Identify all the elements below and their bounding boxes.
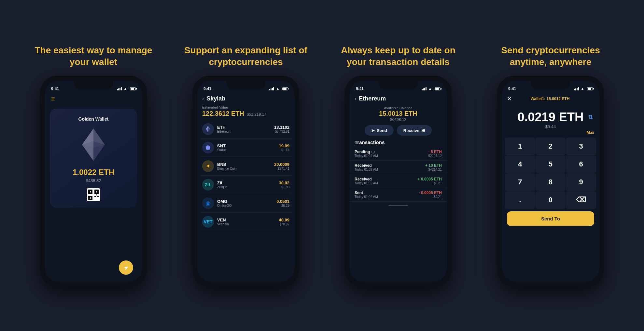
send-button[interactable]: ➤ Send [365,125,394,136]
crypto-values-snt: 19.09 $1.14 [279,143,289,152]
send-icon: ➤ [371,128,375,133]
tx-pending[interactable]: Pending - 5 ETH Today 01:02 AM $2107.12 [349,147,447,161]
receive-label: Receive [403,128,419,133]
status-icons-3: ▲ [422,86,441,91]
omg-icon: ◉ [202,197,214,209]
tx-received-2-label: Received [355,177,372,181]
crypto-usd-ven: $78.97 [279,222,289,226]
tx-received-2[interactable]: Received + 0.0005 ETH Today 01:02 AM $0.… [349,174,447,188]
crypto-item-omg[interactable]: ◉ OMG OmiseGO 0.0501 $0.29 [200,194,291,213]
status-time-2: 9:41 [203,86,211,91]
crypto-item-ven[interactable]: VET VEN Vechain 40.09 $78.97 [200,213,291,231]
panel-4: Send cryptocurrencies anytime, anywhere … [477,45,624,287]
s4-header: ✕ Wallet1: 15.0012 ETH [502,93,599,105]
numpad-1[interactable]: 1 [505,138,535,155]
crypto-name-omg: OmiseGO [217,204,276,207]
crypto-usd-omg: $0.29 [276,204,289,207]
crypto-amount-ven: 40.09 [279,218,289,222]
panel-3: Always keep up to date on your transacti… [325,45,471,287]
crypto-names-omg: OMG OmiseGO [217,199,276,207]
max-label[interactable]: Max [502,129,599,136]
numpad-9[interactable]: 9 [566,173,596,191]
wallet-usd-balance: $438.32 [86,178,101,183]
exchange-icon[interactable]: ⇅ [588,114,593,121]
crypto-item-zil[interactable]: ZIL ZIL Zilliqua 30.02 $1.80 [200,176,291,194]
tx-received-1-time: Today 01:02 AM [355,168,378,171]
receive-icon: ⊞ [421,128,425,133]
crypto-names-eth: ETH Ethereum [217,125,274,133]
phone-3: 9:41 ▲ ‹ Ethereum [349,80,447,282]
notch-2 [226,80,265,89]
crypto-name-snt: Status [217,148,279,152]
tx-received-1-label: Received [355,163,372,168]
numpad-8[interactable]: 8 [536,173,566,191]
numpad-3[interactable]: 3 [566,138,596,155]
tx-pending-time: Today 01:02 AM [355,154,378,158]
phone-2: 9:41 ▲ ‹ Skylab [197,80,295,282]
tx-received-2-usd: $0.21 [434,181,442,185]
wifi-icon-1: ▲ [123,86,127,91]
wifi-icon-3: ▲ [428,86,432,91]
wifi-icon-2: ▲ [276,86,280,91]
numpad: 1 2 3 4 5 6 7 8 9 . 0 ⌫ [502,138,599,209]
battery-icon-2 [282,87,288,90]
tx-sent-usd: $0.21 [434,195,442,199]
crypto-names-ven: VEN Vechain [217,218,279,226]
wallet-card: Golden Wallet 1.0022 ETH $438.32 [50,109,137,208]
crypto-list: ETH Ethereum 13.1102 $5,492.81 ⬟ [197,120,295,231]
tx-received-2-amount: + 0.0005 ETH [418,177,442,181]
status-time-4: 9:41 [508,86,516,91]
signal-bars-2 [269,87,274,90]
crypto-values-bnb: 20.0009 $271.41 [274,162,289,170]
showcase-container: The easiest way to manage your wallet 9:… [20,45,624,287]
s3-header: ‹ Ethereum [349,93,447,105]
crypto-name-bnb: Binance Coin [217,167,274,170]
numpad-5[interactable]: 5 [536,155,566,173]
tx-pending-label: Pending [355,150,375,154]
send-fab-button[interactable]: ➤ [119,260,133,275]
back-button-2[interactable]: ‹ [202,96,204,102]
crypto-names-zil: ZIL Zilliqua [217,180,279,189]
numpad-6[interactable]: 6 [566,155,596,173]
crypto-values-eth: 13.1102 $5,492.81 [274,125,289,133]
numpad-2[interactable]: 2 [536,138,566,155]
crypto-usd-bnb: $271.41 [274,167,289,170]
close-button[interactable]: ✕ [507,95,512,102]
crypto-values-omg: 0.0501 $0.29 [276,199,289,207]
numpad-0[interactable]: 0 [536,191,566,209]
back-button-3[interactable]: ‹ [355,96,356,102]
s2-header: ‹ Skylab [197,93,295,105]
tx-pending-usd: $2107.12 [428,154,442,158]
wallet-eth-balance: 1.0022 ETH [73,168,114,177]
phone-2-wrapper: 9:41 ▲ ‹ Skylab [192,76,299,286]
hamburger-icon[interactable]: ≡ [51,95,136,103]
notch-4 [531,80,570,89]
crypto-item-snt[interactable]: ⬟ SNT Status 19.09 $1.14 [200,139,291,157]
available-eth: 15.0013 ETH [349,110,447,117]
send-to-button[interactable]: Send To [507,211,594,226]
eth-logo [77,127,110,163]
ven-icon: VET [202,216,214,228]
tx-received-1[interactable]: Received + 10 ETH Today 01:02 AM $4214.2… [349,161,447,174]
phone-4: 9:41 ▲ ✕ Wallet1 [502,80,599,282]
crypto-item-eth[interactable]: ETH Ethereum 13.1102 $5,492.81 [200,120,291,139]
crypto-amount-eth: 13.1102 [274,125,289,130]
battery-icon-1 [130,87,136,90]
send-fab-icon: ➤ [122,263,130,272]
receive-button[interactable]: Receive ⊞ [397,125,432,136]
numpad-7[interactable]: 7 [505,173,535,191]
crypto-amount-omg: 0.0501 [276,199,289,204]
crypto-item-bnb[interactable]: ✦ BNB Binance Coin 20.0009 $271.41 [200,157,291,176]
est-eth: 122.3612 ETH [202,110,244,117]
panel-4-title: Send cryptocurrencies anytime, anywhere [477,45,624,68]
home-indicator-3 [388,205,408,206]
numpad-backspace[interactable]: ⌫ [566,191,596,209]
crypto-symbol-zil: ZIL [217,180,279,185]
qr-container[interactable] [87,188,100,201]
crypto-name-ven: Vechain [217,222,279,226]
estimated-label: Estimated Value [197,105,295,109]
phone-1-wrapper: 9:41 ▲ ≡ Go [40,76,147,286]
tx-sent[interactable]: Sent - 0.0005 ETH Today 01:02 AM $0.21 [349,188,447,202]
numpad-dot[interactable]: . [505,191,535,209]
numpad-4[interactable]: 4 [505,155,535,173]
